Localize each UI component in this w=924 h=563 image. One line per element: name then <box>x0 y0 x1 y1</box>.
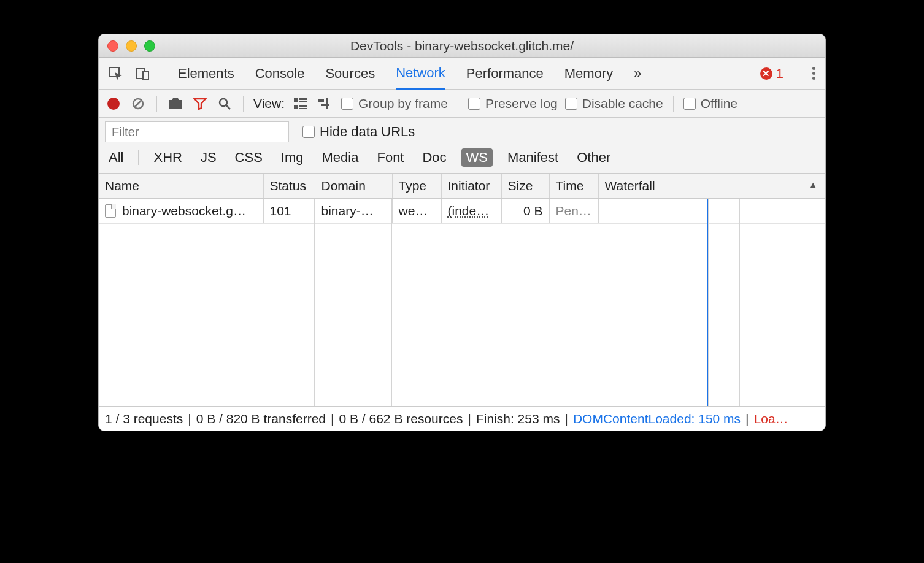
cell-waterfall <box>598 199 825 224</box>
svg-rect-9 <box>299 101 307 102</box>
cell-time: Pen… <box>549 199 598 224</box>
cell-status: 101 <box>263 199 315 224</box>
tab-elements[interactable]: Elements <box>178 58 234 89</box>
record-button[interactable] <box>105 98 122 110</box>
filter-media[interactable]: Media <box>318 148 363 167</box>
preserve-log-checkbox[interactable]: Preserve log <box>468 96 558 111</box>
filter-js[interactable]: JS <box>197 148 220 167</box>
hide-data-urls-checkbox[interactable]: Hide data URLs <box>302 124 415 140</box>
maximize-window-button[interactable] <box>144 40 155 52</box>
col-status[interactable]: Status <box>263 174 315 199</box>
col-size[interactable]: Size <box>501 174 549 199</box>
svg-rect-8 <box>299 98 307 100</box>
requests-table: Name Status Domain Type Initiator Size T… <box>99 174 825 406</box>
svg-rect-11 <box>299 105 307 107</box>
status-load: Loa… <box>754 412 788 426</box>
tab-memory[interactable]: Memory <box>564 58 613 89</box>
large-rows-icon[interactable] <box>292 98 309 109</box>
offline-label: Offline <box>701 96 737 111</box>
status-requests: 1 / 3 requests <box>105 412 183 426</box>
disable-cache-label: Disable cache <box>582 96 663 111</box>
filter-xhr[interactable]: XHR <box>150 148 185 167</box>
clear-button[interactable] <box>129 97 147 110</box>
device-toolbar-icon[interactable] <box>132 64 154 83</box>
svg-rect-7 <box>294 98 298 102</box>
filter-manifest[interactable]: Manifest <box>504 148 562 167</box>
status-bar: 1 / 3 requests| 0 B / 820 B transferred|… <box>99 406 825 431</box>
network-toolbar: View: Group by frame Preserve log Disabl… <box>99 90 825 118</box>
window-title: DevTools - binary-websocket.glitch.me/ <box>99 39 825 53</box>
filter-font[interactable]: Font <box>373 148 407 167</box>
status-resources: 0 B / 662 B resources <box>339 412 463 426</box>
svg-line-6 <box>226 105 230 109</box>
status-finish: Finish: 253 ms <box>476 412 560 426</box>
search-icon[interactable] <box>216 97 233 110</box>
inspect-element-icon[interactable] <box>105 64 127 83</box>
svg-rect-13 <box>318 99 324 102</box>
filter-bar: Hide data URLs All XHR JS CSS Img Media … <box>99 118 825 174</box>
cell-size: 0 B <box>501 199 549 224</box>
status-transferred: 0 B / 820 B transferred <box>196 412 326 426</box>
filter-other[interactable]: Other <box>573 148 614 167</box>
preserve-log-label: Preserve log <box>485 96 558 111</box>
panel-tabs: Elements Console Sources Network Perform… <box>178 58 755 89</box>
offline-checkbox[interactable]: Offline <box>683 96 737 111</box>
filter-ws[interactable]: WS <box>461 148 493 167</box>
table-header-row: Name Status Domain Type Initiator Size T… <box>99 174 825 199</box>
cell-domain: binary-… <box>315 199 392 224</box>
settings-menu-icon[interactable] <box>809 67 819 80</box>
svg-rect-14 <box>321 104 329 106</box>
panel-tabbar: Elements Console Sources Network Perform… <box>99 58 825 90</box>
col-domain[interactable]: Domain <box>315 174 392 199</box>
error-icon: ✕ <box>760 67 772 80</box>
filter-all[interactable]: All <box>105 148 127 167</box>
tab-network[interactable]: Network <box>396 58 445 90</box>
error-count-badge[interactable]: ✕ 1 <box>760 66 783 82</box>
disable-cache-checkbox[interactable]: Disable cache <box>565 96 663 111</box>
window-controls <box>99 40 155 52</box>
svg-rect-12 <box>299 108 307 109</box>
capture-screenshots-icon[interactable] <box>167 98 184 110</box>
svg-rect-15 <box>326 98 328 109</box>
filter-input[interactable] <box>105 121 289 142</box>
filter-css[interactable]: CSS <box>231 148 266 167</box>
svg-line-4 <box>134 100 142 107</box>
filter-doc[interactable]: Doc <box>418 148 450 167</box>
filter-toggle-icon[interactable] <box>191 97 209 110</box>
cell-initiator: (inde… <box>441 199 501 224</box>
devtools-window: DevTools - binary-websocket.glitch.me/ E… <box>98 34 826 431</box>
col-waterfall[interactable]: Waterfall▲ <box>598 174 825 199</box>
svg-point-5 <box>220 99 227 106</box>
status-dcl: DOMContentLoaded: 150 ms <box>573 412 741 426</box>
error-count: 1 <box>776 66 783 82</box>
tab-console[interactable]: Console <box>255 58 305 89</box>
file-icon <box>105 204 116 218</box>
more-tabs-icon[interactable]: » <box>634 66 639 82</box>
tab-sources[interactable]: Sources <box>325 58 375 89</box>
col-initiator[interactable]: Initiator <box>441 174 501 199</box>
svg-rect-2 <box>143 72 148 80</box>
sort-asc-icon: ▲ <box>808 180 818 191</box>
col-time[interactable]: Time <box>549 174 598 199</box>
col-type[interactable]: Type <box>392 174 441 199</box>
view-label: View: <box>253 96 285 111</box>
overview-icon[interactable] <box>317 98 334 109</box>
table-row[interactable]: binary-websocket.g… 101 binary-… we… (in… <box>99 199 825 224</box>
minimize-window-button[interactable] <box>126 40 137 52</box>
tab-performance[interactable]: Performance <box>466 58 544 89</box>
cell-type: we… <box>392 199 441 224</box>
col-name[interactable]: Name <box>99 174 263 199</box>
close-window-button[interactable] <box>107 40 118 52</box>
filter-type-chips: All XHR JS CSS Img Media Font Doc WS Man… <box>105 148 819 167</box>
hide-data-urls-label: Hide data URLs <box>320 124 415 140</box>
group-by-frame-checkbox[interactable]: Group by frame <box>341 96 448 111</box>
filter-img[interactable]: Img <box>277 148 307 167</box>
cell-name: binary-websocket.g… <box>99 199 263 224</box>
svg-rect-10 <box>294 105 298 109</box>
group-by-frame-label: Group by frame <box>358 96 448 111</box>
titlebar: DevTools - binary-websocket.glitch.me/ <box>99 34 825 58</box>
